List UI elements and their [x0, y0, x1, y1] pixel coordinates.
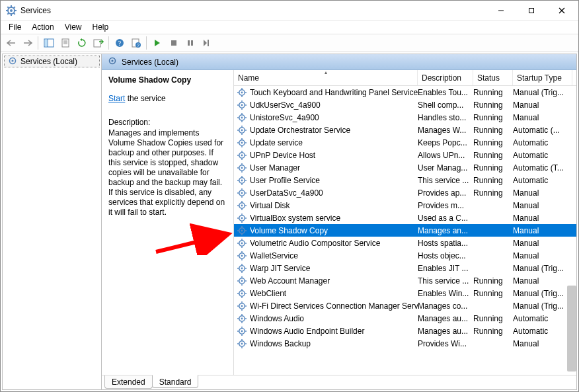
service-row[interactable]: Windows AudioManages au...RunningAutomat…: [234, 312, 576, 325]
column-header-startup-type[interactable]: Startup Type: [513, 70, 572, 85]
service-status-cell: Running: [473, 88, 513, 97]
column-header-status[interactable]: Status: [473, 70, 513, 85]
svg-point-90: [241, 204, 243, 206]
service-name-cell: Web Account Manager: [250, 276, 330, 286]
console-tree[interactable]: Services (Local): [3, 54, 102, 389]
start-service-link[interactable]: Start: [108, 94, 125, 103]
svg-text:?: ?: [118, 40, 121, 47]
service-row[interactable]: User ManagerUser Manag...RunningAutomati…: [234, 161, 576, 174]
menu-file[interactable]: File: [3, 21, 26, 33]
svg-rect-16: [45, 40, 47, 46]
service-startup-cell: Manual (Trig...: [513, 301, 572, 311]
minimize-button[interactable]: [486, 1, 516, 20]
service-status-cell: Running: [473, 176, 513, 185]
back-button[interactable]: [3, 36, 19, 51]
restart-service-button[interactable]: [199, 36, 214, 51]
service-name-cell: Volumetric Audio Compositor Service: [250, 239, 380, 248]
service-row[interactable]: VirtualBox system serviceUsed as a C...M…: [234, 212, 576, 224]
service-row[interactable]: UdkUserSvc_4a900Shell comp...RunningManu…: [234, 98, 576, 111]
service-description-cell: This service ...: [418, 176, 473, 185]
forward-button[interactable]: [20, 36, 35, 51]
description-text: Manages and implements Volume Shadow Cop…: [108, 128, 227, 217]
gear-icon: [237, 263, 247, 274]
svg-point-144: [241, 317, 243, 319]
service-row[interactable]: Wi-Fi Direct Services Connection Manager…: [234, 299, 576, 312]
service-row[interactable]: Volumetric Audio Compositor ServiceHosts…: [234, 237, 576, 249]
start-suffix-text: the service: [125, 94, 165, 103]
service-row[interactable]: Volume Shadow CopyManages an...Manual: [234, 224, 576, 237]
svg-point-96: [241, 217, 243, 219]
service-row[interactable]: Virtual DiskProvides m...Manual: [234, 199, 576, 212]
service-startup-cell: Automatic: [513, 327, 572, 336]
menu-action[interactable]: Action: [26, 21, 59, 33]
svg-line-9: [14, 7, 15, 8]
gear-icon: [237, 288, 247, 299]
svg-line-8: [7, 13, 9, 14]
refresh-button[interactable]: [74, 36, 89, 51]
service-row[interactable]: Update Orchestrator ServiceManages W...R…: [234, 124, 576, 136]
help-button[interactable]: ?: [112, 36, 127, 51]
service-row[interactable]: Windows Audio Endpoint BuilderManages au…: [234, 325, 576, 337]
svg-rect-21: [94, 40, 100, 47]
gear-icon: [237, 276, 247, 286]
view-tabs: Extended Standard: [102, 375, 576, 389]
service-description-cell: Keeps Popc...: [418, 138, 473, 147]
menu-help[interactable]: Help: [87, 21, 114, 33]
gear-icon: [237, 225, 247, 236]
service-row[interactable]: User Profile ServiceThis service ...Runn…: [234, 174, 576, 186]
svg-point-120: [241, 267, 243, 269]
service-name-cell: WalletService: [250, 251, 298, 260]
gear-icon: [237, 87, 247, 98]
show-hide-console-tree-button[interactable]: [41, 36, 56, 51]
toolbar-separator: [108, 36, 109, 50]
column-header-name[interactable]: Name ▴: [234, 70, 418, 85]
toolbar: ? ?: [1, 34, 578, 52]
svg-point-72: [241, 167, 243, 169]
gear-icon: [237, 100, 247, 110]
svg-rect-17: [62, 39, 69, 47]
svg-point-132: [241, 292, 243, 294]
service-name-cell: Warp JIT Service: [250, 264, 310, 273]
service-row[interactable]: Touch Keyboard and Handwriting Panel Ser…: [234, 86, 576, 98]
svg-rect-11: [529, 8, 534, 13]
service-row[interactable]: Web Account ManagerThis service ...Runni…: [234, 274, 576, 287]
tab-extended[interactable]: Extended: [104, 375, 153, 389]
service-row[interactable]: UPnP Device HostAllows UPn...RunningAuto…: [234, 149, 576, 161]
service-startup-cell: Manual: [513, 276, 572, 286]
close-button[interactable]: [547, 1, 577, 20]
service-name-cell: Update service: [250, 138, 303, 147]
service-startup-cell: Automatic (...: [513, 126, 572, 135]
service-row[interactable]: WalletServiceHosts objec...Manual: [234, 249, 576, 262]
stop-service-button[interactable]: [166, 36, 181, 51]
menu-view[interactable]: View: [59, 21, 87, 33]
properties-button[interactable]: [58, 36, 73, 51]
service-status-cell: Running: [473, 163, 513, 173]
vertical-scrollbar-thumb[interactable]: [567, 286, 576, 372]
service-row[interactable]: Update serviceKeeps Popc...RunningAutoma…: [234, 136, 576, 149]
tab-standard[interactable]: Standard: [152, 375, 199, 388]
service-list[interactable]: Touch Keyboard and Handwriting Panel Ser…: [234, 86, 576, 375]
services-app-icon: [6, 5, 17, 16]
svg-point-114: [241, 255, 243, 256]
service-description-cell: Shell comp...: [418, 100, 473, 110]
service-startup-cell: Automatic: [513, 176, 572, 185]
service-row[interactable]: Windows BackupProvides Wi...Manual: [234, 337, 576, 350]
tree-node-services-local[interactable]: Services (Local): [4, 56, 100, 67]
service-status-cell: Running: [473, 126, 513, 135]
service-status-cell: Running: [473, 151, 513, 160]
service-row[interactable]: UnistoreSvc_4a900Handles sto...RunningMa…: [234, 111, 576, 124]
service-name-cell: Virtual Disk: [250, 201, 290, 210]
help-topics-button[interactable]: ?: [128, 36, 143, 51]
maximize-button[interactable]: [516, 1, 547, 20]
column-header-description[interactable]: Description: [418, 70, 473, 85]
svg-point-60: [241, 141, 243, 143]
service-row[interactable]: WebClientEnables Win...RunningManual (Tr…: [234, 287, 576, 299]
service-row[interactable]: UserDataSvc_4a900Provides ap...RunningMa…: [234, 186, 576, 199]
svg-point-150: [241, 330, 243, 332]
pause-service-button[interactable]: [182, 36, 198, 51]
start-service-button[interactable]: [149, 36, 165, 51]
service-startup-cell: Automatic: [513, 138, 572, 147]
service-name-cell: UserDataSvc_4a900: [250, 188, 323, 198]
export-list-button[interactable]: [91, 36, 106, 51]
service-row[interactable]: Warp JIT ServiceEnables JIT ...Manual (T…: [234, 262, 576, 274]
